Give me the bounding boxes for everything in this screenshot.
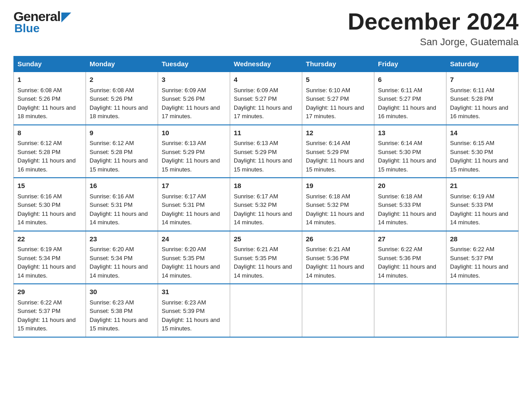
calendar-cell: 28Sunrise: 6:22 AMSunset: 5:37 PMDayligh… bbox=[446, 231, 519, 284]
calendar-cell: 29Sunrise: 6:22 AMSunset: 5:37 PMDayligh… bbox=[14, 284, 86, 337]
sunrise-label: Sunrise: 6:17 AM bbox=[162, 193, 206, 200]
daylight-label: Daylight: 11 hours and 17 minutes. bbox=[162, 104, 220, 120]
calendar-cell: 5Sunrise: 6:10 AMSunset: 5:27 PMDaylight… bbox=[302, 72, 374, 125]
page-header: General Blue December 2024 San Jorge, Gu… bbox=[13, 9, 519, 48]
svg-marker-0 bbox=[61, 13, 71, 22]
sunrise-label: Sunrise: 6:09 AM bbox=[234, 87, 278, 94]
daylight-label: Daylight: 11 hours and 15 minutes. bbox=[90, 317, 148, 332]
sunrise-label: Sunrise: 6:21 AM bbox=[234, 246, 278, 253]
calendar-cell: 13Sunrise: 6:14 AMSunset: 5:30 PMDayligh… bbox=[374, 125, 446, 178]
calendar-cell: 2Sunrise: 6:08 AMSunset: 5:26 PMDaylight… bbox=[86, 72, 158, 125]
day-number: 30 bbox=[90, 287, 154, 297]
calendar-cell: 31Sunrise: 6:23 AMSunset: 5:39 PMDayligh… bbox=[158, 284, 230, 337]
calendar-cell: 3Sunrise: 6:09 AMSunset: 5:26 PMDaylight… bbox=[158, 72, 230, 125]
day-number: 16 bbox=[90, 181, 154, 191]
sunset-label: Sunset: 5:30 PM bbox=[17, 201, 60, 208]
daylight-label: Daylight: 11 hours and 15 minutes. bbox=[450, 157, 508, 173]
sunset-label: Sunset: 5:36 PM bbox=[378, 255, 421, 261]
day-number: 23 bbox=[90, 234, 154, 244]
sunset-label: Sunset: 5:29 PM bbox=[306, 149, 349, 155]
calendar-cell bbox=[374, 284, 446, 337]
sunset-label: Sunset: 5:36 PM bbox=[306, 255, 349, 261]
calendar-cell: 6Sunrise: 6:11 AMSunset: 5:27 PMDaylight… bbox=[374, 72, 446, 125]
day-number: 5 bbox=[306, 75, 370, 85]
sunrise-label: Sunrise: 6:08 AM bbox=[90, 87, 134, 94]
day-number: 17 bbox=[162, 181, 226, 191]
daylight-label: Daylight: 11 hours and 18 minutes. bbox=[90, 104, 148, 120]
day-number: 6 bbox=[378, 75, 442, 85]
sunset-label: Sunset: 5:28 PM bbox=[90, 149, 133, 155]
calendar-cell: 24Sunrise: 6:20 AMSunset: 5:35 PMDayligh… bbox=[158, 231, 230, 284]
sunset-label: Sunset: 5:31 PM bbox=[90, 201, 133, 208]
calendar-cell: 10Sunrise: 6:13 AMSunset: 5:29 PMDayligh… bbox=[158, 125, 230, 178]
sunrise-label: Sunrise: 6:22 AM bbox=[450, 246, 494, 253]
day-number: 27 bbox=[378, 234, 442, 244]
calendar-cell: 19Sunrise: 6:18 AMSunset: 5:32 PMDayligh… bbox=[302, 178, 374, 231]
day-number: 28 bbox=[450, 234, 515, 244]
calendar-cell bbox=[302, 284, 374, 337]
sunrise-label: Sunrise: 6:13 AM bbox=[234, 140, 278, 146]
day-number: 12 bbox=[306, 128, 370, 138]
calendar-cell: 22Sunrise: 6:19 AMSunset: 5:34 PMDayligh… bbox=[14, 231, 86, 284]
day-number: 29 bbox=[17, 287, 82, 297]
calendar-cell: 12Sunrise: 6:14 AMSunset: 5:29 PMDayligh… bbox=[302, 125, 374, 178]
sunrise-label: Sunrise: 6:20 AM bbox=[162, 246, 206, 253]
sunset-label: Sunset: 5:32 PM bbox=[234, 201, 277, 208]
daylight-label: Daylight: 11 hours and 15 minutes. bbox=[306, 157, 364, 173]
page-subtitle: San Jorge, Guatemala bbox=[348, 36, 519, 48]
sunset-label: Sunset: 5:28 PM bbox=[17, 149, 60, 155]
daylight-label: Daylight: 11 hours and 15 minutes. bbox=[378, 157, 436, 173]
daylight-label: Daylight: 11 hours and 15 minutes. bbox=[17, 317, 76, 332]
sunrise-label: Sunrise: 6:16 AM bbox=[17, 193, 62, 200]
sunset-label: Sunset: 5:33 PM bbox=[378, 201, 421, 208]
page-title: December 2024 bbox=[348, 9, 519, 34]
daylight-label: Daylight: 11 hours and 17 minutes. bbox=[234, 104, 292, 120]
calendar-table: SundayMondayTuesdayWednesdayThursdayFrid… bbox=[13, 56, 519, 338]
sunset-label: Sunset: 5:27 PM bbox=[378, 95, 421, 102]
sunset-label: Sunset: 5:37 PM bbox=[17, 308, 60, 314]
calendar-cell: 9Sunrise: 6:12 AMSunset: 5:28 PMDaylight… bbox=[86, 125, 158, 178]
sunset-label: Sunset: 5:26 PM bbox=[162, 95, 205, 102]
calendar-cell bbox=[230, 284, 302, 337]
daylight-label: Daylight: 11 hours and 15 minutes. bbox=[234, 157, 292, 173]
week-row-4: 22Sunrise: 6:19 AMSunset: 5:34 PMDayligh… bbox=[14, 231, 519, 284]
daylight-label: Daylight: 11 hours and 16 minutes. bbox=[378, 104, 436, 120]
calendar-cell: 16Sunrise: 6:16 AMSunset: 5:31 PMDayligh… bbox=[86, 178, 158, 231]
sunrise-label: Sunrise: 6:14 AM bbox=[306, 140, 350, 146]
day-number: 7 bbox=[450, 75, 515, 85]
day-number: 9 bbox=[90, 128, 154, 138]
weekday-header-friday: Friday bbox=[374, 56, 446, 72]
calendar-cell: 30Sunrise: 6:23 AMSunset: 5:38 PMDayligh… bbox=[86, 284, 158, 337]
sunset-label: Sunset: 5:39 PM bbox=[162, 308, 205, 314]
day-number: 20 bbox=[378, 181, 442, 191]
sunrise-label: Sunrise: 6:21 AM bbox=[306, 246, 350, 253]
weekday-header-thursday: Thursday bbox=[302, 56, 374, 72]
sunset-label: Sunset: 5:32 PM bbox=[306, 201, 349, 208]
calendar-cell: 14Sunrise: 6:15 AMSunset: 5:30 PMDayligh… bbox=[446, 125, 519, 178]
calendar-cell bbox=[446, 284, 519, 337]
sunrise-label: Sunrise: 6:13 AM bbox=[162, 140, 206, 146]
week-row-1: 1Sunrise: 6:08 AMSunset: 5:26 PMDaylight… bbox=[14, 72, 519, 125]
sunrise-label: Sunrise: 6:15 AM bbox=[450, 140, 494, 146]
sunset-label: Sunset: 5:30 PM bbox=[378, 149, 421, 155]
weekday-header-monday: Monday bbox=[86, 56, 158, 72]
daylight-label: Daylight: 11 hours and 14 minutes. bbox=[90, 263, 148, 279]
daylight-label: Daylight: 11 hours and 14 minutes. bbox=[234, 263, 292, 279]
sunset-label: Sunset: 5:26 PM bbox=[17, 95, 60, 102]
daylight-label: Daylight: 11 hours and 18 minutes. bbox=[17, 104, 76, 120]
daylight-label: Daylight: 11 hours and 15 minutes. bbox=[162, 317, 220, 332]
sunrise-label: Sunrise: 6:10 AM bbox=[306, 87, 350, 94]
daylight-label: Daylight: 11 hours and 14 minutes. bbox=[378, 210, 436, 226]
day-number: 26 bbox=[306, 234, 370, 244]
day-number: 19 bbox=[306, 181, 370, 191]
calendar-cell: 27Sunrise: 6:22 AMSunset: 5:36 PMDayligh… bbox=[374, 231, 446, 284]
daylight-label: Daylight: 11 hours and 14 minutes. bbox=[234, 210, 292, 226]
sunset-label: Sunset: 5:31 PM bbox=[162, 201, 205, 208]
sunset-label: Sunset: 5:35 PM bbox=[162, 255, 205, 261]
day-number: 4 bbox=[234, 75, 298, 85]
daylight-label: Daylight: 11 hours and 14 minutes. bbox=[306, 263, 364, 279]
logo: General Blue bbox=[13, 9, 71, 35]
calendar-cell: 23Sunrise: 6:20 AMSunset: 5:34 PMDayligh… bbox=[86, 231, 158, 284]
sunrise-label: Sunrise: 6:11 AM bbox=[378, 87, 422, 94]
sunrise-label: Sunrise: 6:20 AM bbox=[90, 246, 134, 253]
